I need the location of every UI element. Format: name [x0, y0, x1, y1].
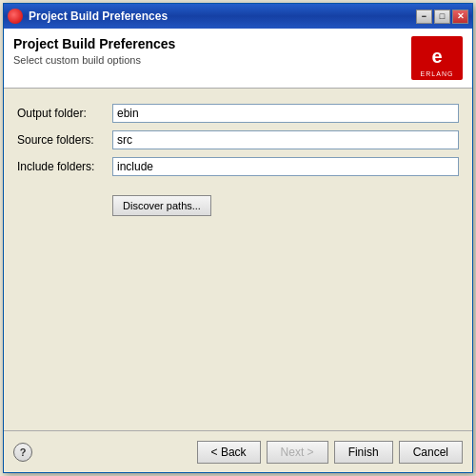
page-subtitle: Select custom build options — [13, 54, 175, 66]
footer-left: ? — [13, 443, 32, 462]
back-button[interactable]: < Back — [197, 441, 261, 464]
footer: ? < Back Next > Finish Cancel — [4, 430, 472, 472]
output-folder-label: Output folder: — [17, 107, 112, 120]
content-area: Output folder: Source folders: Include f… — [4, 89, 472, 430]
svg-text:ERLANG: ERLANG — [421, 70, 454, 77]
header-text: Project Build Preferences Select custom … — [13, 36, 175, 66]
erlang-logo: e ERLANG — [411, 36, 463, 80]
main-window: Project Build Preferences − □ ✕ Project … — [3, 3, 473, 473]
window-icon — [8, 9, 23, 24]
include-folders-input[interactable] — [112, 157, 459, 176]
cancel-button[interactable]: Cancel — [399, 441, 463, 464]
title-bar: Project Build Preferences − □ ✕ — [4, 4, 472, 29]
page-title: Project Build Preferences — [13, 36, 175, 51]
footer-right: < Back Next > Finish Cancel — [197, 441, 463, 464]
output-folder-row: Output folder: — [17, 104, 459, 123]
header: Project Build Preferences Select custom … — [4, 29, 472, 89]
source-folders-label: Source folders: — [17, 133, 112, 147]
include-folders-row: Include folders: — [17, 157, 459, 176]
finish-button[interactable]: Finish — [334, 441, 393, 464]
window-controls: − □ ✕ — [416, 10, 468, 24]
next-button[interactable]: Next > — [267, 441, 328, 464]
minimize-button[interactable]: − — [416, 10, 432, 24]
output-folder-input[interactable] — [112, 104, 459, 123]
source-folders-input[interactable] — [112, 130, 459, 149]
source-folders-row: Source folders: — [17, 130, 459, 149]
svg-text:e: e — [431, 46, 442, 67]
help-button[interactable]: ? — [13, 443, 32, 462]
include-folders-label: Include folders: — [17, 160, 112, 173]
discover-paths-button[interactable]: Discover paths... — [112, 195, 211, 216]
close-button[interactable]: ✕ — [452, 10, 468, 24]
maximize-button[interactable]: □ — [434, 10, 450, 24]
window-title: Project Build Preferences — [29, 10, 416, 23]
